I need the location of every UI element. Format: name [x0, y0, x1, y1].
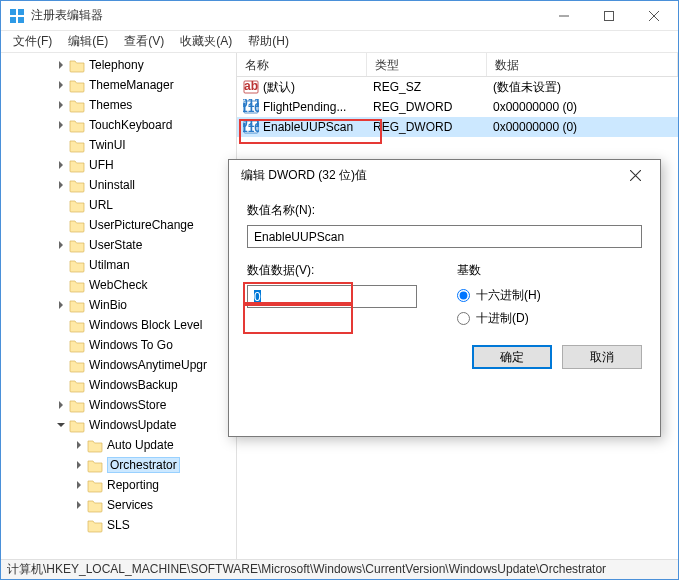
radio-dec-input[interactable] — [457, 312, 470, 325]
tree-item[interactable]: TwinUI — [1, 135, 236, 155]
menu-view[interactable]: 查看(V) — [116, 31, 172, 52]
value-data: 0x00000000 (0) — [487, 99, 678, 115]
app-icon — [9, 8, 25, 24]
menu-favorites[interactable]: 收藏夹(A) — [172, 31, 240, 52]
radio-dec[interactable]: 十进制(D) — [457, 310, 541, 327]
edit-dword-dialog: 编辑 DWORD (32 位)值 数值名称(N): EnableUUPScan … — [228, 159, 661, 437]
status-path: 计算机\HKEY_LOCAL_MACHINE\SOFTWARE\Microsof… — [7, 561, 606, 578]
folder-icon — [69, 238, 85, 252]
menubar: 文件(F) 编辑(E) 查看(V) 收藏夹(A) 帮助(H) — [1, 31, 678, 53]
tree-expander-icon[interactable] — [73, 499, 85, 511]
statusbar: 计算机\HKEY_LOCAL_MACHINE\SOFTWARE\Microsof… — [1, 559, 678, 579]
tree-item[interactable]: Orchestrator — [1, 455, 236, 475]
tree-expander-icon[interactable] — [55, 299, 67, 311]
folder-icon — [69, 98, 85, 112]
minimize-button[interactable] — [541, 2, 586, 30]
tree-item[interactable]: WindowsUpdate — [1, 415, 236, 435]
dialog-close-button[interactable] — [616, 162, 654, 188]
tree-item[interactable]: Windows Block Level — [1, 315, 236, 335]
folder-icon — [69, 358, 85, 372]
tree-pane[interactable]: TelephonyThemeManagerThemesTouchKeyboard… — [1, 53, 237, 559]
tree-expander-icon[interactable] — [55, 119, 67, 131]
menu-help[interactable]: 帮助(H) — [240, 31, 297, 52]
svg-rect-3 — [18, 17, 24, 23]
tree-item[interactable]: Windows To Go — [1, 335, 236, 355]
folder-icon — [87, 498, 103, 512]
tree-expander-icon[interactable] — [55, 99, 67, 111]
tree-item[interactable]: WindowsBackup — [1, 375, 236, 395]
value-name-field[interactable]: EnableUUPScan — [247, 225, 642, 248]
tree-item[interactable]: Utilman — [1, 255, 236, 275]
svg-rect-4 — [604, 11, 613, 20]
menu-file[interactable]: 文件(F) — [5, 31, 60, 52]
tree-expander-icon[interactable] — [55, 179, 67, 191]
tree-item[interactable]: URL — [1, 195, 236, 215]
menu-edit[interactable]: 编辑(E) — [60, 31, 116, 52]
radio-hex-input[interactable] — [457, 289, 470, 302]
col-header-type[interactable]: 类型 — [367, 53, 487, 76]
cancel-button[interactable]: 取消 — [562, 345, 642, 369]
radio-dec-label: 十进制(D) — [476, 310, 529, 327]
value-icon — [243, 99, 259, 115]
tree-item[interactable]: WindowsAnytimeUpgr — [1, 355, 236, 375]
col-header-data[interactable]: 数据 — [487, 53, 678, 76]
tree-item-label: Windows Block Level — [89, 318, 202, 332]
folder-icon — [69, 58, 85, 72]
tree-item[interactable]: UFH — [1, 155, 236, 175]
col-header-name[interactable]: 名称 — [237, 53, 367, 76]
folder-icon — [69, 218, 85, 232]
svg-rect-1 — [18, 9, 24, 15]
tree-expander-icon[interactable] — [55, 79, 67, 91]
tree-item[interactable]: Services — [1, 495, 236, 515]
value-name: EnableUUPScan — [263, 120, 353, 134]
tree-item[interactable]: TouchKeyboard — [1, 115, 236, 135]
tree-item-label: Windows To Go — [89, 338, 173, 352]
tree-item[interactable]: Uninstall — [1, 175, 236, 195]
dialog-buttons: 确定 取消 — [229, 345, 660, 383]
tree-item-label: UFH — [89, 158, 114, 172]
tree-item[interactable]: Auto Update — [1, 435, 236, 455]
tree-item-label: Themes — [89, 98, 132, 112]
tree-expander-icon[interactable] — [55, 159, 67, 171]
tree-expander-icon[interactable] — [73, 479, 85, 491]
tree-item[interactable]: SLS — [1, 515, 236, 535]
tree-item[interactable]: Reporting — [1, 475, 236, 495]
window-title: 注册表编辑器 — [31, 7, 541, 24]
value-type: REG_DWORD — [367, 119, 487, 135]
ok-button[interactable]: 确定 — [472, 345, 552, 369]
tree-expander-icon[interactable] — [73, 459, 85, 471]
tree-item-label: UserPictureChange — [89, 218, 194, 232]
value-name-label: 数值名称(N): — [247, 202, 642, 219]
value-data-input[interactable] — [247, 285, 417, 308]
tree-item-label: WindowsAnytimeUpgr — [89, 358, 207, 372]
tree-item[interactable]: Themes — [1, 95, 236, 115]
tree-expander-icon[interactable] — [55, 419, 67, 431]
value-type: REG_DWORD — [367, 99, 487, 115]
list-row[interactable]: (默认)REG_SZ(数值未设置) — [237, 77, 678, 97]
radio-hex[interactable]: 十六进制(H) — [457, 287, 541, 304]
folder-icon — [69, 198, 85, 212]
tree-item[interactable]: UserState — [1, 235, 236, 255]
tree-expander-icon[interactable] — [55, 239, 67, 251]
tree-item[interactable]: UserPictureChange — [1, 215, 236, 235]
tree-item[interactable]: WindowsStore — [1, 395, 236, 415]
list-row[interactable]: FlightPending...REG_DWORD0x00000000 (0) — [237, 97, 678, 117]
tree-item-label: Reporting — [107, 478, 159, 492]
tree-item[interactable]: WebCheck — [1, 275, 236, 295]
maximize-button[interactable] — [586, 2, 631, 30]
tree-item-label: SLS — [107, 518, 130, 532]
tree-expander-icon[interactable] — [55, 399, 67, 411]
tree-expander-icon[interactable] — [73, 439, 85, 451]
list-row[interactable]: EnableUUPScanREG_DWORD0x00000000 (0) — [237, 117, 678, 137]
folder-icon — [69, 178, 85, 192]
tree-item-label: WebCheck — [89, 278, 147, 292]
folder-icon — [69, 138, 85, 152]
value-icon — [243, 119, 259, 135]
tree-item[interactable]: WinBio — [1, 295, 236, 315]
tree-item[interactable]: ThemeManager — [1, 75, 236, 95]
dialog-titlebar[interactable]: 编辑 DWORD (32 位)值 — [229, 160, 660, 190]
tree-item[interactable]: Telephony — [1, 55, 236, 75]
tree-item-label: Telephony — [89, 58, 144, 72]
close-button[interactable] — [631, 2, 676, 30]
tree-expander-icon[interactable] — [55, 59, 67, 71]
